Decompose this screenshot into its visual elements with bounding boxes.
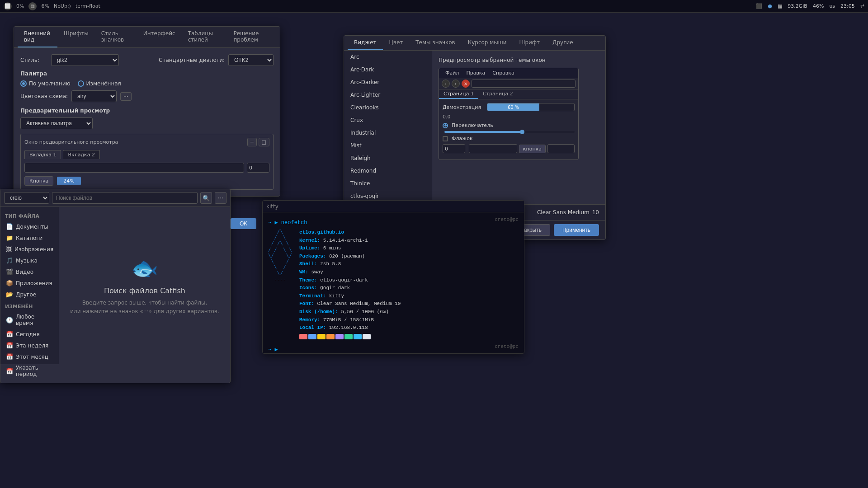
tab-style-tables[interactable]: Таблицы стилей	[182, 27, 227, 47]
ok-button[interactable]: OK	[231, 218, 256, 229]
preview-percent-btn[interactable]: 24%	[57, 177, 80, 185]
theme-item-arc-dark[interactable]: Arc-Dark	[344, 63, 432, 76]
preview-max-btn[interactable]: □	[259, 138, 269, 146]
style-select[interactable]: gtk2	[51, 54, 119, 66]
modified-today[interactable]: 📅 Сегодня	[0, 328, 59, 340]
preview-text-input[interactable]	[24, 163, 244, 173]
period-icon: 📅	[6, 368, 13, 375]
sidebar-item-video[interactable]: 🎬 Видео	[0, 266, 59, 277]
color-block	[326, 334, 335, 339]
mini-radio[interactable]	[443, 123, 448, 128]
theme-item-industrial[interactable]: Industrial	[344, 127, 432, 139]
theme-item-thinice[interactable]: ThinIce	[344, 177, 432, 190]
location-select[interactable]: creio	[4, 192, 49, 204]
preview-button[interactable]: Кнопка	[24, 176, 53, 186]
taskbar-cpu: 0%	[16, 3, 24, 9]
preview-tab2[interactable]: Вкладка 2	[63, 150, 99, 159]
gtk-appearance-window: Внешний вид Шрифты Стиль значков Интерфе…	[14, 26, 280, 197]
terminal-content[interactable]: ~ ▶ neofetch creto@pc /\ / \ / /\ \ / / …	[263, 212, 524, 353]
network-icon-taskbar[interactable]: ⇄	[860, 3, 864, 9]
documents-icon: 📄	[6, 223, 13, 230]
terminal-titlebar: kitty	[263, 201, 524, 212]
time-stat: 23:05	[840, 3, 855, 9]
taskbar-term: term-float	[75, 3, 100, 9]
mini-slider[interactable]	[444, 131, 575, 133]
tab-interface[interactable]: Интерфейс	[137, 27, 182, 47]
palette-radio-row: По умолчанию Изменённая	[20, 80, 274, 87]
theme-item-redmond[interactable]: Redmond	[344, 164, 432, 177]
tab-troubleshoot[interactable]: Решение проблем	[227, 27, 276, 47]
tab-fonts[interactable]: Шрифты	[57, 27, 95, 47]
terminal-icon-taskbar[interactable]: ⬛	[756, 3, 762, 9]
sidebar-item-documents[interactable]: 📄 Документы	[0, 221, 59, 232]
mini-slider-thumb	[520, 130, 524, 134]
preview-tab1[interactable]: Вкладка 1	[24, 150, 61, 159]
modified-anytime[interactable]: 🕐 Любое время	[0, 311, 59, 328]
mini-search-input[interactable]	[469, 144, 517, 153]
theme-tab-color[interactable]: Цвет	[383, 36, 410, 50]
mini-checkbox[interactable]	[443, 136, 448, 141]
theme-list: Arc Arc-Dark Arc-Darker Arc-Lighter Clea…	[344, 51, 432, 204]
search-input[interactable]	[52, 192, 198, 204]
palette-default-radio[interactable]: По умолчанию	[20, 80, 71, 87]
mini-menu-edit[interactable]: Правка	[462, 69, 489, 77]
theme-item-arc-darker[interactable]: Arc-Darker	[344, 76, 432, 89]
sidebar-item-other[interactable]: 📂 Другое	[0, 289, 59, 300]
color-block	[308, 334, 316, 339]
theme-tab-font[interactable]: Шрифт	[513, 36, 547, 50]
modified-week[interactable]: 📅 Эта неделя	[0, 340, 59, 351]
sidebar-item-music[interactable]: 🎵 Музыка	[0, 255, 59, 266]
user-icon-taskbar[interactable]: ●	[768, 3, 772, 9]
color-block	[363, 334, 371, 339]
theme-tab-cursor[interactable]: Курсор мыши	[462, 36, 513, 50]
preview-spinner[interactable]: 0	[247, 163, 269, 173]
terminal-second-prompt-line: ~ ▶ creto@pc	[268, 343, 519, 353]
active-palette-select[interactable]: Активная палитра	[20, 117, 93, 129]
theme-item-mist[interactable]: Mist	[344, 139, 432, 152]
mini-forward-btn[interactable]: ›	[452, 80, 460, 88]
theme-tab-other[interactable]: Другие	[546, 36, 580, 50]
images-icon: 🖼	[6, 246, 12, 253]
theme-item-clearlooks[interactable]: Clearlooks	[344, 101, 432, 114]
theme-tab-widget[interactable]: Виджет	[348, 36, 383, 50]
more-options-btn[interactable]: ···	[215, 192, 226, 204]
preview-min-btn[interactable]: ─	[247, 138, 257, 146]
apply-button[interactable]: Применить	[554, 224, 599, 236]
theme-item-arc-lighter[interactable]: Arc-Lighter	[344, 89, 432, 101]
mini-address-bar[interactable]	[472, 80, 576, 88]
music-icon: 🎵	[6, 257, 13, 264]
mini-tab1[interactable]: Страница 1	[439, 89, 478, 99]
mini-close-btn[interactable]: ×	[462, 80, 470, 88]
period-label: Указать период	[16, 365, 53, 377]
modified-period[interactable]: 📅 Указать период	[0, 362, 59, 380]
dialog-select[interactable]: GTK2	[228, 54, 274, 66]
video-label: Видео	[16, 269, 33, 275]
mini-search-btn[interactable]: кнопка	[519, 145, 546, 153]
color-scheme-select[interactable]: airy	[71, 90, 117, 102]
modified-month[interactable]: 📅 Этот месяц	[0, 351, 59, 362]
color-scheme-edit-btn[interactable]: ···	[120, 92, 132, 101]
mini-menu-file[interactable]: Файл	[442, 69, 462, 77]
tab-appearance[interactable]: Внешний вид	[18, 27, 57, 47]
theme-tab-icons[interactable]: Темы значков	[409, 36, 461, 50]
terminal-hostname1: creto@pc	[495, 216, 519, 227]
sidebar-item-images[interactable]: 🖼 Изображения	[0, 244, 59, 255]
sidebar-item-folders[interactable]: 📁 Каталоги	[0, 232, 59, 244]
theme-item-arc[interactable]: Arc	[344, 51, 432, 63]
sidebar-item-apps[interactable]: 📦 Приложения	[0, 277, 59, 289]
radio-label: Переключатель	[452, 122, 493, 128]
theme-item-raleigh[interactable]: Raleigh	[344, 152, 432, 164]
mini-menu-help[interactable]: Справка	[489, 69, 518, 77]
mini-back-btn[interactable]: ‹	[442, 80, 450, 88]
mini-spinner[interactable]: 0	[443, 144, 465, 153]
mini-tab2[interactable]: Страница 2	[478, 89, 518, 99]
preview-input-row: 0	[24, 163, 269, 173]
style-row: Стиль: gtk2 Стандартные диалоги: GTK2	[20, 54, 274, 66]
palette-changed-radio[interactable]: Изменённая	[78, 80, 121, 87]
mini-select[interactable]	[547, 144, 575, 153]
theme-item-crux[interactable]: Crux	[344, 114, 432, 127]
tab-icon-style[interactable]: Стиль значков	[95, 27, 137, 47]
files-icon-taskbar[interactable]: ▩	[778, 3, 782, 9]
search-icon-btn[interactable]: 🔍	[200, 192, 212, 204]
neofetch-ascii: /\ / \ / /\ \ / / \ \ \/ \/ \ / \ / \/ -…	[268, 229, 292, 339]
